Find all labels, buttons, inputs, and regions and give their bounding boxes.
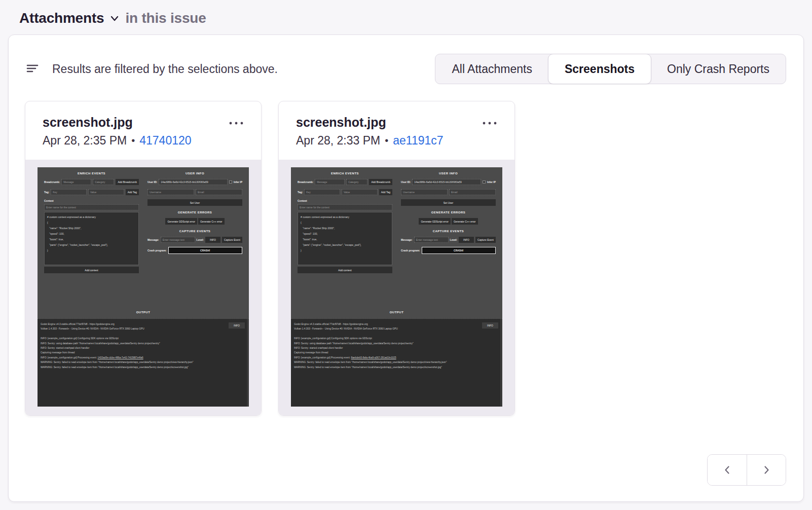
chevron-down-icon[interactable] — [109, 13, 120, 26]
mock-context-label: Context — [298, 199, 392, 202]
mock-crash-label: Crash program: — [401, 249, 420, 252]
mock-capture-event-button: Capture Event — [222, 237, 242, 243]
mock-breadcrumb-message-input: Message — [61, 179, 91, 185]
mock-log-event-id: 8aebdeb5-8afa-4ba9-a367-291ad1fe1025 — [351, 356, 396, 359]
mock-user-info-panel: USER INFO User ID: 14ac686b-6a6d-42c3-65… — [147, 172, 242, 273]
mock-output-title: OUTPUT — [298, 311, 496, 314]
mock-add-tag-button: Add Tag — [126, 189, 139, 195]
attachment-thumbnail[interactable]: ENRICH EVENTS Breadcrumb: Message Catego… — [279, 160, 514, 415]
mock-level-select: INFO — [459, 237, 474, 243]
mock-user-id-input: 14ac686b-6a6d-42c3-6515-bb130f083a59 — [159, 179, 228, 185]
mock-user-info-panel: USER INFO User ID: 14ac686b-6a6d-42c3-65… — [401, 172, 496, 273]
mock-level-select: INFO — [205, 237, 220, 243]
mock-set-user-button: Set User — [147, 199, 242, 206]
mock-tag-label: Tag: — [298, 191, 303, 194]
mock-log-processing-line: INFO: [example_configuration.gd] Process… — [41, 355, 245, 360]
page-title: Attachments — [19, 10, 104, 26]
mock-log-info-button: INFO — [482, 322, 498, 329]
mock-crash-button: CRASH! — [422, 247, 496, 254]
mock-message-label: Message: — [147, 238, 159, 241]
mock-capture-events-title: CAPTURE EVENTS — [147, 230, 242, 233]
toolbar: Results are filtered by the selections a… — [26, 54, 786, 84]
mock-enrich-title: ENRICH EVENTS — [298, 172, 392, 175]
mock-generate-errors-title: GENERATE ERRORS — [401, 211, 496, 214]
event-id-link[interactable]: 41740120 — [139, 134, 191, 148]
card-header: screenshot.jpg Apr 28, 2:33 PM • ae1191c… — [279, 101, 514, 160]
mock-user-id-label: User ID: — [401, 180, 411, 184]
mock-context-textarea: # custom context expressed as a dictiona… — [298, 212, 392, 265]
mock-context-name-input: Enter name for the context — [44, 204, 139, 210]
mock-user-id-label: User ID: — [147, 180, 157, 184]
mock-context-textarea: # custom context expressed as a dictiona… — [44, 212, 139, 265]
mock-message-label: Message: — [401, 238, 413, 241]
mock-set-user-button: Set User — [401, 199, 496, 206]
mock-breadcrumb-message-input: Message — [315, 179, 345, 185]
mock-log-processing-line: INFO: [example_configuration.gd] Process… — [294, 355, 498, 360]
mock-username-input: Username — [401, 189, 448, 195]
tab-only-crash-reports[interactable]: Only Crash Reports — [651, 54, 786, 84]
mock-add-context-button: Add context — [298, 267, 392, 273]
card-header: screenshot.jpg Apr 28, 2:35 PM • 4174012… — [25, 101, 261, 160]
mock-user-info-title: USER INFO — [147, 172, 242, 175]
mock-message-input: Enter message text — [161, 237, 195, 243]
mock-output-log: INFO Godot Engine v4.3.stable.official.7… — [38, 318, 249, 407]
attachment-filename: screenshot.jpg — [296, 115, 386, 130]
tab-screenshots[interactable]: Screenshots — [548, 54, 651, 84]
attachment-thumbnail[interactable]: ENRICH EVENTS Breadcrumb: Message Catego… — [25, 160, 261, 415]
mock-enrich-title: ENRICH EVENTS — [44, 172, 139, 175]
mock-log-event-id: 1433ad9e-dcbe-486a-7e42-7415887e4fa6 — [98, 356, 143, 359]
attachment-meta: Apr 28, 2:35 PM • 41740120 — [43, 134, 244, 148]
mock-username-input: Username — [147, 189, 194, 195]
filter-note-text: Results are filtered by the selections a… — [52, 62, 278, 76]
mock-output-title: OUTPUT — [44, 311, 242, 314]
mock-generate-gdscript-error-button: Generate GDScript error — [165, 218, 197, 225]
attachment-filename: screenshot.jpg — [43, 115, 133, 130]
mock-log-info-button: INFO — [229, 322, 245, 329]
mock-add-tag-button: Add Tag — [379, 189, 392, 195]
overflow-menu-button[interactable] — [482, 118, 497, 127]
mock-infer-ip-checkbox — [483, 180, 486, 184]
mock-level-label: Level: — [450, 238, 457, 241]
godot-demo-screenshot: ENRICH EVENTS Breadcrumb: Message Catego… — [38, 167, 249, 407]
mock-tag-key-input: Key — [304, 189, 340, 195]
event-id-link[interactable]: ae1191c7 — [393, 134, 443, 148]
mock-breadcrumb-label: Breadcrumb: — [44, 180, 60, 184]
mock-email-input: Email — [196, 189, 242, 195]
mock-context-name-input: Enter name for the context — [298, 204, 392, 210]
attachment-meta: Apr 28, 2:33 PM • ae1191c7 — [296, 134, 497, 148]
mock-user-id-input: 14ac686b-6a6d-42c3-6515-bb130f083a59 — [412, 179, 481, 185]
mock-user-info-title: USER INFO — [401, 172, 496, 175]
mock-tag-label: Tag: — [44, 191, 49, 194]
mock-crash-label: Crash program: — [147, 249, 167, 252]
previous-page-button[interactable] — [708, 455, 747, 485]
godot-demo-screenshot: ENRICH EVENTS Breadcrumb: Message Catego… — [291, 167, 502, 407]
meta-separator: • — [385, 135, 388, 147]
mock-enrich-events-panel: ENRICH EVENTS Breadcrumb: Message Catego… — [298, 172, 392, 273]
mock-capture-events-title: CAPTURE EVENTS — [401, 230, 496, 233]
mock-email-input: Email — [449, 189, 496, 195]
meta-separator: • — [131, 135, 135, 147]
tab-all-attachments[interactable]: All Attachments — [435, 54, 548, 84]
next-page-button[interactable] — [747, 455, 786, 485]
mock-add-breadcrumb-button: Add Breadcrumb — [369, 179, 392, 185]
mock-message-input: Enter message text — [414, 237, 449, 243]
mock-tag-value-input: Value — [342, 189, 378, 195]
pagination — [707, 454, 786, 486]
attachment-timestamp: Apr 28, 2:35 PM — [43, 134, 127, 148]
mock-infer-ip-label: Infer IP — [234, 180, 242, 184]
mock-tag-value-input: Value — [88, 189, 124, 195]
mock-level-label: Level: — [197, 238, 204, 241]
mock-generate-errors-title: GENERATE ERRORS — [147, 211, 242, 214]
attachment-timestamp: Apr 28, 2:33 PM — [296, 134, 380, 148]
mock-breadcrumb-category-input: Category — [93, 179, 114, 185]
attachment-filter-tabs: All Attachments Screenshots Only Crash R… — [435, 54, 786, 84]
overflow-menu-button[interactable] — [229, 118, 244, 127]
filter-icon — [26, 61, 39, 77]
mock-tag-key-input: Key — [51, 189, 87, 195]
attachments-panel: Results are filtered by the selections a… — [8, 34, 804, 502]
page-subtitle: in this issue — [125, 10, 206, 26]
mock-generate-cpp-error-button: Generate C++ error — [452, 218, 478, 225]
filter-note-group: Results are filtered by the selections a… — [26, 61, 278, 77]
attachment-card: screenshot.jpg Apr 28, 2:35 PM • 4174012… — [25, 101, 262, 416]
mock-infer-ip-checkbox — [229, 180, 232, 184]
